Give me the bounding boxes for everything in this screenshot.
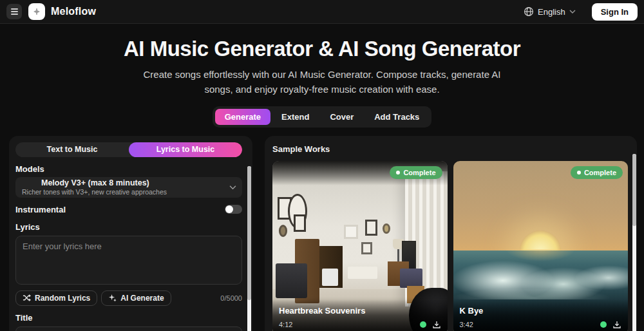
ai-generate-label: AI Generate bbox=[120, 294, 164, 303]
brand-name: Meloflow bbox=[51, 6, 96, 17]
sparkles-icon bbox=[108, 294, 117, 302]
status-label: Complete bbox=[403, 169, 435, 176]
lyrics-input[interactable] bbox=[15, 236, 242, 285]
download-icon[interactable] bbox=[432, 320, 441, 329]
language-selector[interactable]: English bbox=[520, 4, 580, 19]
status-dot-icon bbox=[396, 171, 400, 175]
song-duration: 4:12 bbox=[279, 321, 292, 328]
lyrics-toolbar: Random Lyrics AI Generate 0/5000 bbox=[15, 290, 242, 306]
menu-icon[interactable] bbox=[6, 4, 22, 19]
tab-cover[interactable]: Cover bbox=[320, 109, 363, 125]
playing-indicator-icon[interactable] bbox=[420, 321, 426, 328]
sample-card-k-bye[interactable]: Complete K Bye 3:42 bbox=[453, 161, 629, 331]
ai-generate-button[interactable]: AI Generate bbox=[101, 290, 171, 306]
chevron-down-icon bbox=[229, 185, 236, 189]
sign-in-button[interactable]: Sign In bbox=[592, 3, 638, 21]
sample-works-panel: Sample Works bbox=[265, 136, 637, 331]
card-caption: K Bye 3:42 bbox=[453, 299, 629, 331]
page-subtitle: Create songs effortlessly with our AI Mu… bbox=[134, 67, 511, 97]
toggle-knob bbox=[225, 205, 233, 213]
download-icon[interactable] bbox=[612, 320, 621, 329]
sample-cards-row-1: Complete Heartbreak Souvenirs 4:12 bbox=[272, 161, 628, 331]
sample-card-heartbreak-souvenirs[interactable]: Complete Heartbreak Souvenirs 4:12 bbox=[272, 161, 448, 331]
left-panel-scrollbar[interactable] bbox=[247, 166, 251, 331]
song-title: Heartbreak Souvenirs bbox=[279, 306, 441, 316]
tab-add-tracks[interactable]: Add Tracks bbox=[365, 109, 429, 125]
tab-generate[interactable]: Generate bbox=[215, 109, 270, 125]
mode-text-to-music[interactable]: Text to Music bbox=[15, 142, 129, 157]
logo-icon bbox=[32, 7, 41, 16]
generator-tab-bar: Generate Extend Cover Add Tracks bbox=[213, 106, 432, 128]
model-description: Richer tones with V3+, new creative appr… bbox=[22, 188, 225, 196]
scrollbar-thumb[interactable] bbox=[632, 154, 636, 226]
model-selected-value: Melody V3+ (max 8 minutes) bbox=[22, 178, 225, 187]
song-duration: 3:42 bbox=[460, 321, 473, 328]
random-lyrics-button[interactable]: Random Lyrics bbox=[15, 290, 97, 306]
hero-section: AI Music Generator & AI Song Generator C… bbox=[0, 37, 644, 128]
random-lyrics-label: Random Lyrics bbox=[35, 294, 90, 303]
title-label: Title bbox=[15, 313, 242, 323]
globe-icon bbox=[524, 6, 534, 17]
status-label: Complete bbox=[584, 169, 616, 176]
instrumental-row: Instrumental bbox=[15, 205, 242, 214]
top-navbar: Meloflow English Sign In bbox=[0, 0, 644, 24]
model-select[interactable]: Melody V3+ (max 8 minutes) Richer tones … bbox=[15, 177, 242, 198]
mode-toggle: Text to Music Lyrics to Music bbox=[15, 142, 242, 157]
shuffle-icon bbox=[23, 294, 31, 302]
chevron-down-icon bbox=[569, 10, 576, 14]
mode-lyrics-to-music[interactable]: Lyrics to Music bbox=[129, 142, 242, 157]
models-label: Models bbox=[15, 164, 242, 174]
right-panel-scrollbar[interactable] bbox=[632, 154, 636, 331]
status-badge: Complete bbox=[390, 166, 442, 179]
main-content: Text to Music Lyrics to Music Models Mel… bbox=[0, 136, 644, 331]
song-title-input[interactable] bbox=[15, 326, 242, 331]
page-title: AI Music Generator & AI Song Generator bbox=[0, 37, 644, 61]
instrumental-label: Instrumental bbox=[15, 205, 66, 214]
playing-indicator-icon[interactable] bbox=[600, 321, 607, 328]
status-dot-icon bbox=[577, 171, 581, 175]
generator-panel: Text to Music Lyrics to Music Models Mel… bbox=[9, 136, 252, 331]
language-label: English bbox=[538, 7, 565, 17]
lyrics-char-counter: 0/5000 bbox=[220, 294, 242, 302]
instrumental-toggle[interactable] bbox=[225, 205, 242, 214]
lyrics-label: Lyrics bbox=[15, 222, 242, 232]
app-logo[interactable] bbox=[28, 3, 45, 20]
card-caption: Heartbreak Souvenirs 4:12 bbox=[272, 299, 448, 331]
song-title: K Bye bbox=[460, 306, 622, 316]
tab-extend[interactable]: Extend bbox=[272, 109, 319, 125]
status-badge: Complete bbox=[571, 166, 623, 179]
scrollbar-thumb[interactable] bbox=[247, 166, 251, 300]
sample-works-heading: Sample Works bbox=[272, 144, 628, 154]
